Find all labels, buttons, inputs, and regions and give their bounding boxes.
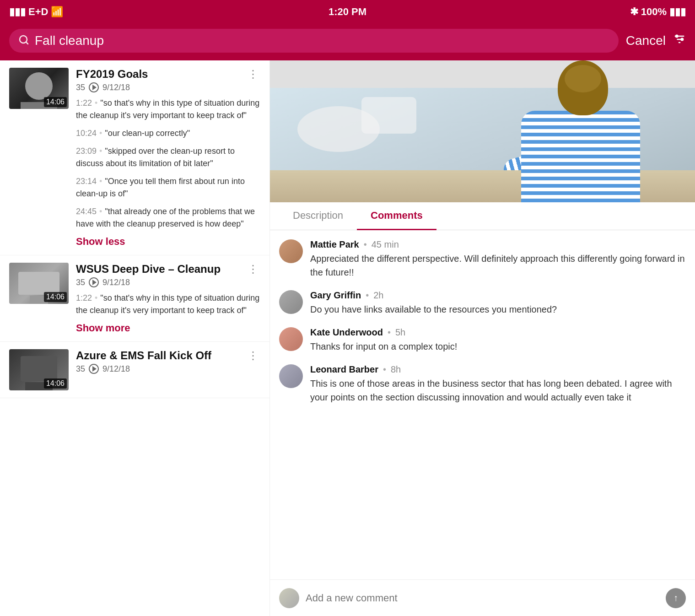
comment-item: Leonard Barber • 8h This is one of those…	[279, 364, 686, 404]
signal-icon: ▮▮▮	[9, 6, 26, 18]
quote-item: 1:22•"so that's why in this type of situ…	[76, 97, 260, 122]
comment-author: Leonard Barber	[310, 364, 378, 375]
result-item: 14:06 WSUS Deep Dive – Cleanup 35 9/12/1…	[0, 255, 269, 342]
comment-body: Kate Underwood • 5h Thanks for input on …	[310, 327, 457, 353]
comment-text: Thanks for input on a complex topic!	[310, 340, 457, 353]
battery-label: 100%	[641, 6, 667, 18]
result-item: 14:06 Azure & EMS Fall Kick Off 35 9/12/…	[0, 342, 269, 398]
result-title-1: FY2019 Goals	[76, 68, 148, 81]
main-content: 14:06 FY2019 Goals 35 9/12/18 ⋮	[0, 60, 695, 616]
quote-text: "that already one of the problems that w…	[76, 207, 255, 228]
more-options-2[interactable]: ⋮	[246, 263, 260, 276]
comment-input[interactable]	[306, 592, 659, 604]
result-header-2: WSUS Deep Dive – Cleanup 35 9/12/18 ⋮	[76, 263, 260, 292]
avatar	[279, 239, 303, 263]
comment-item: Kate Underwood • 5h Thanks for input on …	[279, 327, 686, 353]
avatar	[279, 364, 303, 388]
play-icon-2[interactable]	[89, 277, 99, 287]
result-meta-2: 35 9/12/18	[76, 277, 221, 287]
comment-text: Do you have links available to the resou…	[310, 303, 557, 316]
left-panel: 14:06 FY2019 Goals 35 9/12/18 ⋮	[0, 60, 270, 616]
bluetooth-icon: ✱	[630, 6, 638, 18]
comment-item: Mattie Park • 45 min Appreciated the dif…	[279, 239, 686, 279]
quote-time: 1:22	[76, 293, 92, 303]
tabs-bar: Description Comments	[270, 202, 695, 230]
quote-time: 24:45	[76, 207, 97, 216]
quote-item: 23:09•"skipped over the clean-up resort …	[76, 145, 260, 170]
video-duration: 14:06	[44, 378, 67, 389]
time-display: 1:20 PM	[329, 6, 366, 18]
quote-text: "our clean-up correctly"	[105, 129, 190, 138]
quote-text: "so that's why in this type of situation…	[76, 293, 259, 315]
quote-time: 23:09	[76, 146, 97, 156]
comment-body: Gary Griffin • 2h Do you have links avai…	[310, 290, 557, 316]
result-title-3: Azure & EMS Fall Kick Off	[76, 349, 211, 362]
filter-icon[interactable]	[673, 33, 686, 49]
result-header-3: Azure & EMS Fall Kick Off 35 9/12/18 ⋮	[76, 349, 260, 378]
status-bar: ▮▮▮ E+D 📶 1:20 PM ✱ 100% ▮▮▮	[0, 0, 695, 24]
send-button[interactable]: ↑	[666, 588, 686, 608]
quote-time: 10:24	[76, 129, 97, 138]
view-count-2: 35	[76, 278, 85, 287]
comment-author: Gary Griffin	[310, 290, 361, 301]
search-query: Fall cleanup	[35, 33, 609, 48]
battery-icon: ▮▮▮	[669, 6, 686, 18]
more-options-1[interactable]: ⋮	[246, 68, 260, 81]
video-hero	[270, 60, 695, 202]
search-icon	[18, 34, 29, 47]
comment-header: Kate Underwood • 5h	[310, 327, 457, 338]
play-icon-1[interactable]	[89, 82, 99, 92]
result-date-2: 9/12/18	[102, 278, 130, 287]
svg-line-1	[26, 42, 28, 44]
comments-area: Mattie Park • 45 min Appreciated the dif…	[270, 230, 695, 579]
status-left: ▮▮▮ E+D 📶	[9, 6, 63, 18]
show-less-button[interactable]: Show less	[76, 236, 260, 248]
show-more-button[interactable]: Show more	[76, 322, 260, 334]
comment-header: Mattie Park • 45 min	[310, 239, 686, 250]
more-options-3[interactable]: ⋮	[246, 349, 260, 362]
view-count-3: 35	[76, 364, 85, 374]
result-date-3: 9/12/18	[102, 364, 130, 374]
video-duration: 14:06	[44, 292, 67, 302]
comment-author: Kate Underwood	[310, 327, 383, 338]
result-title-2: WSUS Deep Dive – Cleanup	[76, 263, 221, 276]
view-count-1: 35	[76, 83, 85, 92]
quote-time: 1:22	[76, 98, 92, 108]
svg-point-5	[676, 35, 678, 38]
comment-time: 45 min	[372, 239, 399, 250]
comment-text: This is one of those areas in the busine…	[310, 377, 686, 404]
comment-time: 2h	[373, 290, 383, 301]
search-input-wrapper[interactable]: Fall cleanup	[9, 29, 619, 53]
thumbnail-3[interactable]: 14:06	[9, 349, 69, 390]
comment-author: Mattie Park	[310, 239, 359, 250]
right-panel: Description Comments Mattie Park • 45 mi…	[270, 60, 695, 616]
play-icon-3[interactable]	[89, 364, 99, 374]
comment-input-bar: ↑	[270, 579, 695, 616]
quote-item: 24:45•"that already one of the problems …	[76, 205, 260, 230]
send-icon: ↑	[673, 593, 678, 603]
result-item: 14:06 FY2019 Goals 35 9/12/18 ⋮	[0, 60, 269, 255]
result-content-1: FY2019 Goals 35 9/12/18 ⋮ 1:22•"so that'…	[76, 68, 260, 248]
quote-item: 1:22•"so that's why in this type of situ…	[76, 292, 260, 317]
result-meta-3: 35 9/12/18	[76, 364, 211, 374]
comment-header: Gary Griffin • 2h	[310, 290, 557, 301]
tab-comments[interactable]: Comments	[357, 202, 436, 230]
result-quotes-2: 1:22•"so that's why in this type of situ…	[76, 292, 260, 317]
comment-time: 8h	[391, 364, 401, 375]
carrier-label: E+D	[28, 6, 48, 18]
svg-point-6	[681, 38, 684, 41]
thumbnail-2[interactable]: 14:06	[9, 263, 69, 304]
quote-item: 23:14•"Once you tell them first about ru…	[76, 175, 260, 200]
comment-item: Gary Griffin • 2h Do you have links avai…	[279, 290, 686, 316]
result-quotes-1: 1:22•"so that's why in this type of situ…	[76, 97, 260, 230]
result-date-1: 9/12/18	[102, 83, 130, 92]
cancel-button[interactable]: Cancel	[626, 33, 666, 48]
tab-description[interactable]: Description	[279, 202, 357, 230]
thumbnail-1[interactable]: 14:06	[9, 68, 69, 109]
comment-time: 5h	[395, 327, 405, 338]
search-bar: Fall cleanup Cancel	[0, 24, 695, 60]
quote-text: "so that's why in this type of situation…	[76, 98, 259, 120]
avatar	[279, 327, 303, 351]
video-duration: 14:06	[44, 97, 67, 107]
result-meta-1: 35 9/12/18	[76, 82, 148, 92]
